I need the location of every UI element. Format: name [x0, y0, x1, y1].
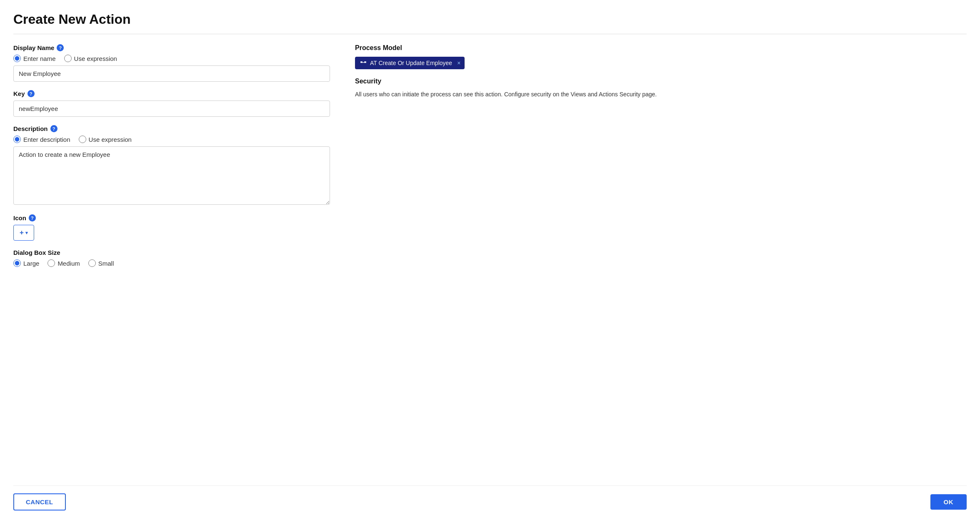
- display-name-radio-enter[interactable]: Enter name: [13, 55, 56, 62]
- description-group: Description ? Enter description Use expr…: [13, 125, 330, 206]
- process-model-icon: [359, 59, 368, 67]
- icon-plus: +: [20, 229, 24, 237]
- key-help-icon[interactable]: ?: [28, 90, 35, 97]
- key-group: Key ?: [13, 90, 330, 117]
- process-model-group: Process Model AT Create Or Update Employ…: [355, 44, 967, 69]
- display-name-expression-label: Use expression: [74, 55, 117, 62]
- size-medium-label: Medium: [58, 260, 80, 267]
- process-model-title: Process Model: [355, 44, 967, 52]
- dialog-size-radio-group: Large Medium Small: [13, 259, 330, 267]
- security-title: Security: [355, 78, 967, 85]
- display-name-label-text: Display Name: [13, 44, 54, 51]
- icon-select-button[interactable]: + ▾: [13, 225, 34, 241]
- security-description: All users who can initiate the process c…: [355, 90, 967, 99]
- description-help-icon[interactable]: ?: [50, 125, 58, 132]
- icon-group: Icon ? + ▾: [13, 214, 330, 241]
- cancel-button[interactable]: CANCEL: [13, 493, 66, 510]
- process-model-name: AT Create Or Update Employee: [370, 60, 452, 66]
- description-label-text: Description: [13, 125, 48, 132]
- description-expression-label: Use expression: [89, 136, 132, 143]
- svg-point-4: [365, 62, 366, 63]
- security-group: Security All users who can initiate the …: [355, 78, 967, 99]
- display-name-enter-label: Enter name: [23, 55, 56, 62]
- icon-chevron: ▾: [25, 230, 28, 236]
- svg-rect-2: [362, 62, 365, 63]
- description-textarea[interactable]: Action to create a new Employee: [13, 146, 330, 205]
- size-small-label: Small: [98, 260, 114, 267]
- page-container: Create New Action Display Name ? Enter n…: [0, 0, 980, 518]
- display-name-help-icon[interactable]: ?: [57, 44, 64, 51]
- dialog-box-size-label: Dialog Box Size: [13, 249, 330, 256]
- svg-point-3: [361, 62, 362, 63]
- section-divider: [13, 34, 967, 34]
- process-model-remove-button[interactable]: ×: [457, 60, 460, 66]
- ok-button[interactable]: OK: [930, 494, 967, 510]
- content-area: Display Name ? Enter name Use expression: [13, 44, 967, 475]
- key-input[interactable]: [13, 101, 330, 117]
- display-name-radio-group: Enter name Use expression: [13, 55, 330, 62]
- icon-label: Icon ?: [13, 214, 330, 221]
- display-name-label: Display Name ?: [13, 44, 330, 51]
- size-small-option[interactable]: Small: [88, 259, 114, 267]
- key-label-text: Key: [13, 90, 25, 97]
- description-radio-enter[interactable]: Enter description: [13, 136, 70, 143]
- description-radio-expression[interactable]: Use expression: [79, 136, 132, 143]
- size-large-label: Large: [23, 260, 39, 267]
- icon-help-icon[interactable]: ?: [29, 214, 36, 221]
- description-label: Description ?: [13, 125, 330, 132]
- display-name-input[interactable]: [13, 65, 330, 82]
- dialog-box-size-group: Dialog Box Size Large Medium Small: [13, 249, 330, 267]
- page-title: Create New Action: [13, 12, 967, 27]
- size-medium-option[interactable]: Medium: [48, 259, 80, 267]
- icon-label-text: Icon: [13, 214, 26, 221]
- size-large-option[interactable]: Large: [13, 259, 39, 267]
- footer-bar: CANCEL OK: [13, 485, 967, 518]
- display-name-radio-expression[interactable]: Use expression: [64, 55, 117, 62]
- description-radio-group: Enter description Use expression: [13, 136, 330, 143]
- left-panel: Display Name ? Enter name Use expression: [13, 44, 330, 475]
- display-name-group: Display Name ? Enter name Use expression: [13, 44, 330, 82]
- right-panel: Process Model AT Create Or Update Employ…: [347, 44, 967, 475]
- description-enter-label: Enter description: [23, 136, 70, 143]
- process-model-badge: AT Create Or Update Employee ×: [355, 57, 465, 69]
- key-label: Key ?: [13, 90, 330, 97]
